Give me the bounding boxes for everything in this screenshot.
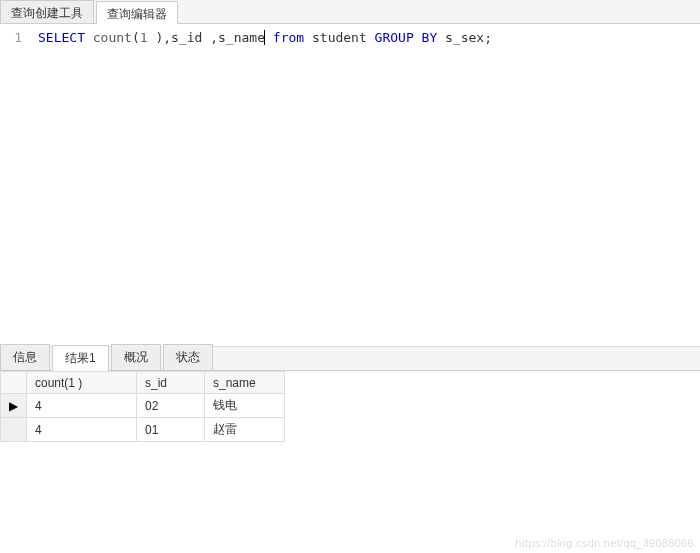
col-header-sname[interactable]: s_name [205,372,285,394]
col-header-count[interactable]: count(1 ) [27,372,137,394]
tab-profile[interactable]: 概况 [111,344,161,370]
col-header-sid[interactable]: s_id [137,372,205,394]
ident-table: student [312,30,367,45]
table-row[interactable]: 4 01 赵雷 [1,418,285,442]
text-cursor [264,30,265,45]
result-table[interactable]: count(1 ) s_id s_name ▶ 4 02 钱电 4 01 赵雷 [0,371,285,442]
row-marker-header [1,372,27,394]
row-marker-icon [1,418,27,442]
tab-query-editor[interactable]: 查询编辑器 [96,1,178,24]
cell-count[interactable]: 4 [27,418,137,442]
line-gutter: 1 [0,24,30,346]
sql-editor[interactable]: 1 SELECT count(1 ),s_id ,s_name from stu… [0,24,700,347]
editor-tab-bar: 查询创建工具 查询编辑器 [0,0,700,24]
code-area[interactable]: SELECT count(1 ),s_id ,s_name from stude… [30,24,700,346]
kw-by: BY [422,30,438,45]
kw-from: from [273,30,304,45]
tab-query-builder[interactable]: 查询创建工具 [0,0,94,23]
comma: , [163,30,171,45]
table-row[interactable]: ▶ 4 02 钱电 [1,394,285,418]
cell-count[interactable]: 4 [27,394,137,418]
semicolon: ; [484,30,492,45]
comma: , [202,30,218,45]
watermark-text: https://blog.csdn.net/qq_39088066 [515,537,694,549]
tab-status[interactable]: 状态 [163,344,213,370]
kw-group: GROUP [375,30,414,45]
cell-sid[interactable]: 02 [137,394,205,418]
table-header-row: count(1 ) s_id s_name [1,372,285,394]
count-arg: 1 [140,30,148,45]
line-number: 1 [0,30,22,45]
lparen: ( [132,30,140,45]
rparen: ) [148,30,164,45]
result-panel: count(1 ) s_id s_name ▶ 4 02 钱电 4 01 赵雷 [0,371,700,442]
tab-info[interactable]: 信息 [0,344,50,370]
cell-sid[interactable]: 01 [137,418,205,442]
cell-sname[interactable]: 赵雷 [205,418,285,442]
kw-select: SELECT [38,30,85,45]
row-marker-icon: ▶ [1,394,27,418]
ident-s-sex: s_sex [445,30,484,45]
ident-s-name: s_name [218,30,265,45]
func-count: count [93,30,132,45]
tab-result1[interactable]: 结果1 [52,345,109,371]
ident-s-id: s_id [171,30,202,45]
result-tab-bar: 信息 结果1 概况 状态 [0,347,700,371]
cell-sname[interactable]: 钱电 [205,394,285,418]
